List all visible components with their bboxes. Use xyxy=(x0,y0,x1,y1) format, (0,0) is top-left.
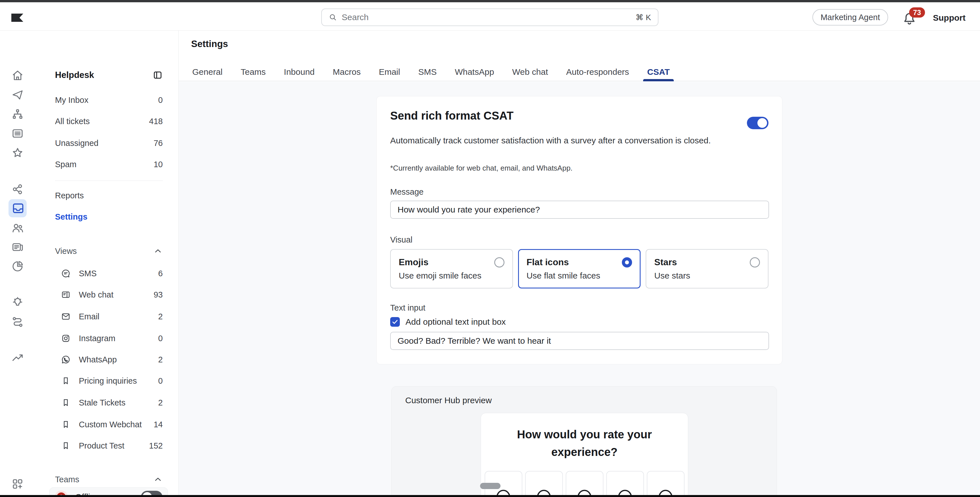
visual-option-flat-icons[interactable]: Flat icons Use flat smile faces xyxy=(518,249,641,289)
settings-tabs: General Teams Inbound Macros Email SMS W… xyxy=(191,63,671,81)
tab-general[interactable]: General xyxy=(191,63,224,81)
send-icon[interactable] xyxy=(11,88,24,102)
tab-auto-responders[interactable]: Auto-responders xyxy=(565,63,630,81)
share-nodes-icon[interactable] xyxy=(11,183,24,196)
availability-note: *Currently available for web chat, email… xyxy=(390,164,768,173)
radio-unselected[interactable] xyxy=(494,257,504,267)
teams-header-label: Teams xyxy=(55,475,79,484)
sidebar-link-settings[interactable]: Settings xyxy=(55,207,88,226)
option-title: Stars xyxy=(654,257,677,267)
horizontal-scrollbar-thumb[interactable] xyxy=(480,483,501,489)
radio-unselected[interactable] xyxy=(750,257,760,267)
chevron-up-icon xyxy=(153,246,163,256)
text-input-label: Text input xyxy=(390,303,768,313)
survey-question: How would you rate your experience? xyxy=(508,426,661,461)
view-item-custom-webchat[interactable]: Custom Webchat 14 xyxy=(61,415,163,434)
option-title: Emojis xyxy=(399,257,428,267)
trending-up-icon[interactable] xyxy=(11,351,24,365)
users-icon[interactable] xyxy=(11,221,24,235)
view-item-whatsapp[interactable]: WhatsApp 2 xyxy=(61,350,163,369)
csat-enabled-toggle[interactable] xyxy=(747,117,768,129)
apps-grid-plus-icon[interactable] xyxy=(11,477,24,491)
message-input[interactable] xyxy=(390,201,769,219)
sidebar-item-all-tickets[interactable]: All tickets 418 xyxy=(55,112,163,131)
search-shortcut: ⌘ K xyxy=(636,13,651,22)
inbox-icon[interactable] xyxy=(11,202,25,215)
collapse-panel-icon[interactable] xyxy=(152,70,163,81)
visual-options: Emojis Use emoji smile faces Flat icons … xyxy=(390,249,768,289)
rating-faces xyxy=(481,471,688,497)
newspaper-icon[interactable] xyxy=(11,240,24,254)
views-section-header[interactable]: Views xyxy=(55,242,163,260)
sidebar-title: Helpdesk xyxy=(55,66,94,84)
rating-option-3[interactable] xyxy=(566,471,603,497)
whatsapp-icon xyxy=(61,354,71,365)
view-count: 152 xyxy=(149,441,163,451)
star-icon[interactable] xyxy=(11,146,24,160)
sidebar-item-my-inbox[interactable]: My Inbox 0 xyxy=(55,91,163,110)
tab-macros[interactable]: Macros xyxy=(332,63,362,81)
tab-sms[interactable]: SMS xyxy=(417,63,438,81)
rating-option-2[interactable] xyxy=(525,471,563,497)
view-label: Pricing inquiries xyxy=(79,376,158,386)
tab-teams[interactable]: Teams xyxy=(240,63,267,81)
optional-text-checkbox[interactable] xyxy=(390,317,400,327)
search-input[interactable] xyxy=(342,13,631,22)
option-subtitle: Use stars xyxy=(654,271,760,281)
sidebar-item-unassigned[interactable]: Unassigned 76 xyxy=(55,134,163,152)
tab-csat[interactable]: CSAT xyxy=(646,63,671,81)
sidebar-link-reports[interactable]: Reports xyxy=(55,186,84,205)
item-count: 76 xyxy=(154,138,163,148)
note-card-icon[interactable] xyxy=(11,127,24,140)
route-icon[interactable] xyxy=(11,315,24,329)
bookmark-icon xyxy=(61,376,71,386)
view-item-stale-tickets[interactable]: Stale Tickets 2 xyxy=(61,393,163,412)
view-count: 2 xyxy=(158,355,163,364)
tab-whatsapp[interactable]: WhatsApp xyxy=(454,63,495,81)
profile-button-label: Marketing Agent xyxy=(821,13,880,22)
profile-button[interactable]: Marketing Agent xyxy=(812,9,888,25)
checkbox-label: Add optional text input box xyxy=(406,317,506,327)
survey-preview: How would you rate your experience? xyxy=(480,413,688,497)
lightbulb-icon[interactable] xyxy=(11,295,24,309)
search-icon xyxy=(329,13,337,22)
view-item-pricing-inquiries[interactable]: Pricing inquiries 0 xyxy=(61,372,163,390)
option-subtitle: Use flat smile faces xyxy=(527,271,632,281)
view-item-sms[interactable]: SMS 6 xyxy=(61,264,163,283)
tab-web-chat[interactable]: Web chat xyxy=(511,63,549,81)
radio-selected[interactable] xyxy=(622,257,632,267)
view-label: Custom Webchat xyxy=(79,420,154,429)
window-bottom-strip xyxy=(0,495,980,497)
view-item-email[interactable]: Email 2 xyxy=(61,307,163,326)
global-search[interactable]: ⌘ K xyxy=(321,8,659,26)
option-title: Flat icons xyxy=(527,257,569,267)
tab-inbound[interactable]: Inbound xyxy=(283,63,316,81)
visual-option-stars[interactable]: Stars Use stars xyxy=(646,249,768,289)
sidebar-item-spam[interactable]: Spam 10 xyxy=(55,155,163,174)
item-label: Spam xyxy=(55,160,76,169)
item-label: Unassigned xyxy=(55,138,99,148)
view-count: 6 xyxy=(158,269,163,278)
support-link[interactable]: Support xyxy=(933,13,966,23)
tab-email[interactable]: Email xyxy=(378,63,401,81)
rating-option-4[interactable] xyxy=(606,471,644,497)
visual-label: Visual xyxy=(390,235,768,245)
visual-option-emojis[interactable]: Emojis Use emoji smile faces xyxy=(390,249,513,289)
notification-count-badge: 73 xyxy=(909,7,925,17)
window-top-strip xyxy=(0,0,980,2)
app-logo[interactable] xyxy=(11,14,23,22)
view-label: WhatsApp xyxy=(79,355,158,364)
view-label: Email xyxy=(79,312,158,321)
view-item-product-test[interactable]: Product Test 152 xyxy=(61,437,163,455)
view-item-instagram[interactable]: Instagram 0 xyxy=(61,329,163,348)
optional-text-input[interactable] xyxy=(390,332,769,350)
view-item-web-chat[interactable]: Web chat 93 xyxy=(61,285,163,304)
home-icon[interactable] xyxy=(11,69,24,83)
preview-label: Customer Hub preview xyxy=(405,395,492,405)
teams-section-header[interactable]: Teams xyxy=(55,470,163,489)
pie-chart-icon[interactable] xyxy=(11,260,24,273)
rating-option-5[interactable] xyxy=(647,471,684,497)
settings-header: Settings General Teams Inbound Macros Em… xyxy=(179,30,980,81)
settings-content: Send rich format CSAT Automatically trac… xyxy=(179,82,980,495)
sitemap-icon[interactable] xyxy=(11,107,24,121)
